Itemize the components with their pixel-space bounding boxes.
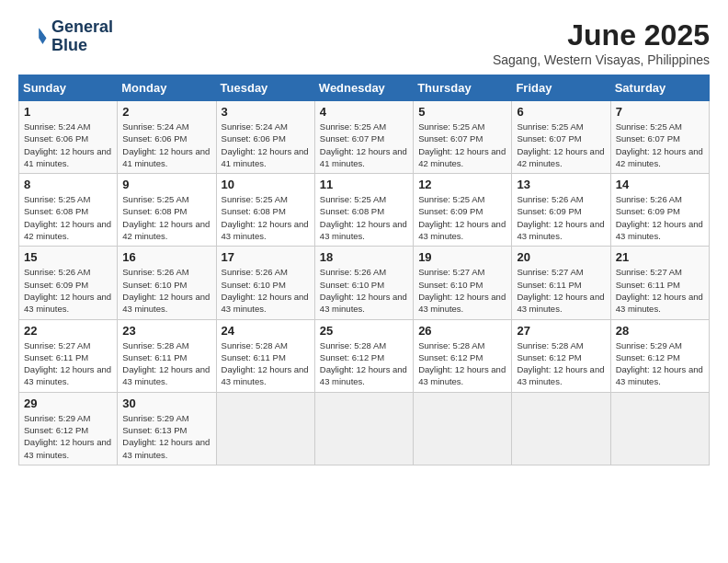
calendar-cell: 16 Sunrise: 5:26 AMSunset: 6:10 PMDaylig… — [118, 247, 216, 319]
day-number: 10 — [222, 178, 310, 191]
calendar-cell — [216, 392, 314, 465]
day-number: 5 — [418, 105, 506, 119]
calendar-cell: 17 Sunrise: 5:26 AMSunset: 6:10 PMDaylig… — [216, 247, 314, 319]
day-number: 26 — [418, 324, 506, 338]
col-monday: Monday — [118, 75, 216, 101]
day-info: Sunrise: 5:27 AMSunset: 6:11 PMDaylight:… — [616, 266, 704, 315]
calendar-cell: 27 Sunrise: 5:28 AMSunset: 6:12 PMDaylig… — [512, 319, 610, 392]
col-sunday: Sunday — [19, 75, 118, 101]
day-number: 29 — [24, 396, 112, 410]
calendar-cell: 29 Sunrise: 5:29 AMSunset: 6:12 PMDaylig… — [19, 392, 118, 465]
calendar-cell: 23 Sunrise: 5:28 AMSunset: 6:11 PMDaylig… — [118, 319, 216, 392]
svg-marker-1 — [39, 28, 46, 44]
calendar-cell: 1 Sunrise: 5:24 AMSunset: 6:06 PMDayligh… — [19, 101, 118, 174]
col-friday: Friday — [512, 75, 610, 101]
day-number: 21 — [616, 250, 704, 264]
day-number: 11 — [320, 178, 408, 191]
calendar-cell: 7 Sunrise: 5:25 AMSunset: 6:07 PMDayligh… — [610, 101, 709, 174]
subtitle: Sagang, Western Visayas, Philippines — [493, 52, 710, 67]
day-info: Sunrise: 5:28 AMSunset: 6:11 PMDaylight:… — [222, 339, 310, 388]
col-wednesday: Wednesday — [314, 75, 413, 101]
day-info: Sunrise: 5:28 AMSunset: 6:11 PMDaylight:… — [122, 339, 210, 388]
calendar-cell — [512, 392, 610, 465]
day-number: 2 — [122, 105, 210, 119]
calendar-cell: 30 Sunrise: 5:29 AMSunset: 6:13 PMDaylig… — [118, 392, 216, 465]
day-number: 14 — [616, 178, 704, 191]
calendar-cell: 5 Sunrise: 5:25 AMSunset: 6:07 PMDayligh… — [414, 101, 512, 174]
day-number: 18 — [320, 250, 408, 264]
day-number: 23 — [122, 324, 210, 338]
day-info: Sunrise: 5:28 AMSunset: 6:12 PMDaylight:… — [320, 339, 408, 388]
day-number: 6 — [517, 105, 605, 119]
calendar: Sunday Monday Tuesday Wednesday Thursday… — [18, 75, 710, 465]
day-number: 1 — [24, 105, 112, 119]
day-number: 8 — [24, 178, 112, 191]
calendar-cell: 2 Sunrise: 5:24 AMSunset: 6:06 PMDayligh… — [118, 101, 216, 174]
day-number: 16 — [122, 250, 210, 264]
logo-icon — [18, 22, 48, 52]
day-info: Sunrise: 5:24 AMSunset: 6:06 PMDaylight:… — [122, 121, 210, 169]
calendar-cell: 15 Sunrise: 5:26 AMSunset: 6:09 PMDaylig… — [19, 247, 118, 319]
day-info: Sunrise: 5:27 AMSunset: 6:10 PMDaylight:… — [418, 266, 506, 315]
day-info: Sunrise: 5:29 AMSunset: 6:12 PMDaylight:… — [24, 412, 112, 461]
day-info: Sunrise: 5:26 AMSunset: 6:10 PMDaylight:… — [320, 266, 408, 315]
calendar-cell: 3 Sunrise: 5:24 AMSunset: 6:06 PMDayligh… — [216, 101, 314, 174]
day-info: Sunrise: 5:29 AMSunset: 6:13 PMDaylight:… — [122, 412, 210, 461]
day-number: 24 — [222, 324, 310, 338]
calendar-cell: 20 Sunrise: 5:27 AMSunset: 6:11 PMDaylig… — [512, 247, 610, 319]
calendar-cell: 21 Sunrise: 5:27 AMSunset: 6:11 PMDaylig… — [610, 247, 709, 319]
day-info: Sunrise: 5:29 AMSunset: 6:12 PMDaylight:… — [616, 339, 704, 388]
logo-line2: Blue — [51, 37, 113, 55]
col-saturday: Saturday — [610, 75, 709, 101]
day-info: Sunrise: 5:28 AMSunset: 6:12 PMDaylight:… — [418, 339, 506, 388]
calendar-cell: 8 Sunrise: 5:25 AMSunset: 6:08 PMDayligh… — [19, 174, 118, 247]
calendar-cell: 11 Sunrise: 5:25 AMSunset: 6:08 PMDaylig… — [314, 174, 413, 247]
day-number: 27 — [517, 324, 605, 338]
day-info: Sunrise: 5:27 AMSunset: 6:11 PMDaylight:… — [517, 266, 605, 315]
calendar-cell: 26 Sunrise: 5:28 AMSunset: 6:12 PMDaylig… — [414, 319, 512, 392]
day-number: 19 — [418, 250, 506, 264]
calendar-cell — [314, 392, 413, 465]
calendar-header-row: Sunday Monday Tuesday Wednesday Thursday… — [19, 75, 710, 101]
logo: General Blue — [18, 18, 113, 55]
logo-line1: General — [51, 18, 113, 37]
day-number: 7 — [616, 105, 704, 119]
day-number: 3 — [222, 105, 310, 119]
title-area: June 2025 Sagang, Western Visayas, Phili… — [493, 18, 710, 67]
calendar-cell: 4 Sunrise: 5:25 AMSunset: 6:07 PMDayligh… — [314, 101, 413, 174]
day-number: 30 — [122, 396, 210, 410]
day-info: Sunrise: 5:24 AMSunset: 6:06 PMDaylight:… — [24, 121, 112, 169]
calendar-cell: 12 Sunrise: 5:25 AMSunset: 6:09 PMDaylig… — [414, 174, 512, 247]
col-tuesday: Tuesday — [216, 75, 314, 101]
calendar-cell: 13 Sunrise: 5:26 AMSunset: 6:09 PMDaylig… — [512, 174, 610, 247]
calendar-week-4: 22 Sunrise: 5:27 AMSunset: 6:11 PMDaylig… — [19, 319, 710, 392]
day-number: 22 — [24, 324, 112, 338]
logo-text: General Blue — [51, 18, 113, 55]
day-info: Sunrise: 5:27 AMSunset: 6:11 PMDaylight:… — [24, 339, 112, 388]
day-info: Sunrise: 5:28 AMSunset: 6:12 PMDaylight:… — [517, 339, 605, 388]
day-info: Sunrise: 5:26 AMSunset: 6:09 PMDaylight:… — [24, 266, 112, 315]
calendar-week-5: 29 Sunrise: 5:29 AMSunset: 6:12 PMDaylig… — [19, 392, 710, 465]
day-info: Sunrise: 5:26 AMSunset: 6:10 PMDaylight:… — [222, 266, 310, 315]
calendar-week-1: 1 Sunrise: 5:24 AMSunset: 6:06 PMDayligh… — [19, 101, 710, 174]
day-info: Sunrise: 5:25 AMSunset: 6:08 PMDaylight:… — [222, 193, 310, 242]
calendar-cell: 14 Sunrise: 5:26 AMSunset: 6:09 PMDaylig… — [610, 174, 709, 247]
calendar-cell — [414, 392, 512, 465]
calendar-cell — [610, 392, 709, 465]
header: General Blue June 2025 Sagang, Western V… — [18, 18, 710, 67]
day-number: 25 — [320, 324, 408, 338]
day-number: 4 — [320, 105, 408, 119]
day-info: Sunrise: 5:26 AMSunset: 6:09 PMDaylight:… — [517, 193, 605, 242]
day-info: Sunrise: 5:25 AMSunset: 6:07 PMDaylight:… — [418, 121, 506, 169]
day-info: Sunrise: 5:26 AMSunset: 6:09 PMDaylight:… — [616, 193, 704, 242]
day-info: Sunrise: 5:25 AMSunset: 6:09 PMDaylight:… — [418, 193, 506, 242]
calendar-cell: 9 Sunrise: 5:25 AMSunset: 6:08 PMDayligh… — [118, 174, 216, 247]
day-number: 15 — [24, 250, 112, 264]
day-info: Sunrise: 5:26 AMSunset: 6:10 PMDaylight:… — [122, 266, 210, 315]
day-number: 17 — [222, 250, 310, 264]
calendar-cell: 22 Sunrise: 5:27 AMSunset: 6:11 PMDaylig… — [19, 319, 118, 392]
calendar-cell: 18 Sunrise: 5:26 AMSunset: 6:10 PMDaylig… — [314, 247, 413, 319]
calendar-cell: 25 Sunrise: 5:28 AMSunset: 6:12 PMDaylig… — [314, 319, 413, 392]
calendar-cell: 10 Sunrise: 5:25 AMSunset: 6:08 PMDaylig… — [216, 174, 314, 247]
day-info: Sunrise: 5:25 AMSunset: 6:08 PMDaylight:… — [320, 193, 408, 242]
